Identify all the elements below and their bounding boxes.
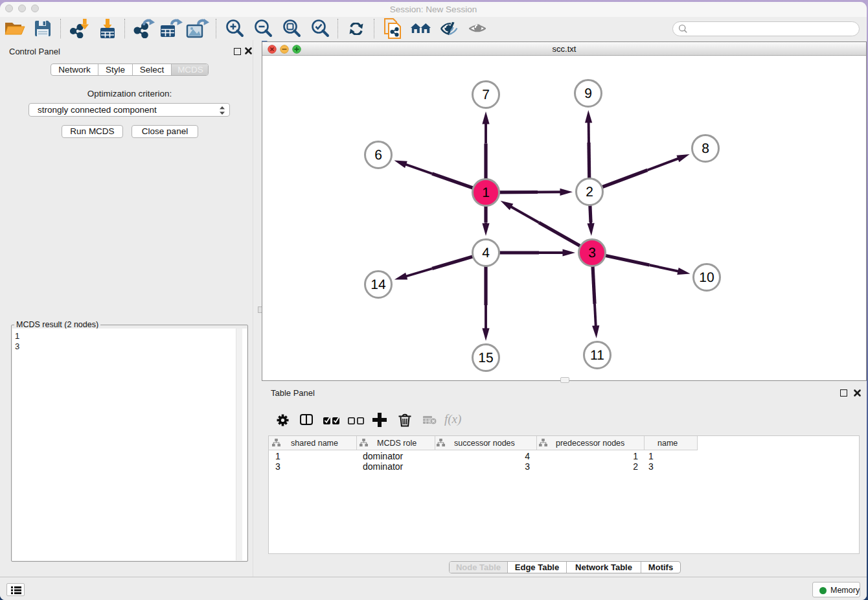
svg-text:15: 15 [478, 351, 493, 365]
svg-text:1: 1 [482, 185, 490, 200]
svg-text:4: 4 [482, 246, 490, 260]
svg-text:8: 8 [702, 141, 709, 156]
svg-text:7: 7 [482, 87, 490, 102]
svg-text:6: 6 [374, 148, 382, 163]
svg-text:14: 14 [371, 277, 386, 292]
svg-text:9: 9 [584, 86, 592, 101]
svg-text:3: 3 [588, 246, 596, 260]
svg-text:10: 10 [699, 270, 714, 285]
svg-text:11: 11 [590, 348, 604, 363]
svg-text:2: 2 [586, 185, 593, 200]
